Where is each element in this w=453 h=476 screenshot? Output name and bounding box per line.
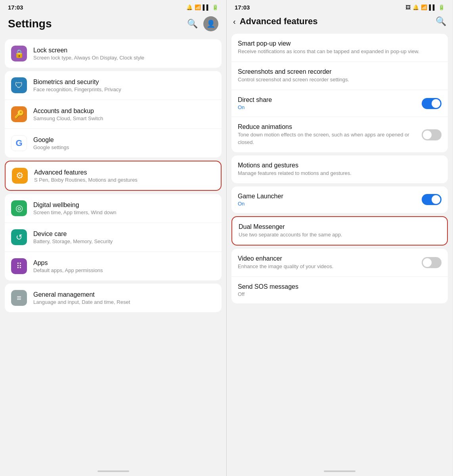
adv-item-reduceanimations[interactable]: Reduce animations Tone down motion effec… (231, 117, 448, 152)
gamelauncher-toggle[interactable] (422, 194, 442, 205)
google-subtitle: Google settings (33, 144, 69, 150)
advanced-icon: ⚙ (12, 168, 28, 184)
reduceanimations-toggle-knob (423, 131, 432, 139)
apps-subtitle: Default apps, App permissions (33, 267, 103, 273)
adv-card-gamelauncher: Game Launcher On (231, 186, 448, 213)
reduceanimations-title: Reduce animations (238, 123, 417, 131)
dualmessenger-title: Dual Messenger (239, 223, 436, 230)
adv-item-smartpopup[interactable]: Smart pop-up view Receive notifications … (231, 34, 448, 62)
biometrics-title: Biometrics and security (33, 79, 121, 86)
avatar[interactable]: 👤 (203, 16, 218, 31)
reduceanimations-toggle[interactable] (422, 129, 442, 140)
apps-icon: ⠿ (11, 258, 27, 274)
videoenhancer-toggle[interactable] (422, 257, 442, 268)
devicecare-text: Device care Battery, Storage, Memory, Se… (33, 230, 113, 244)
settings-item-apps[interactable]: ⠿ Apps Default apps, App permissions (5, 252, 222, 280)
adv-header-left: ‹ Advanced features (233, 16, 318, 27)
smartpopup-subtitle: Receive notifications as icons that can … (238, 48, 437, 55)
adv-card-dualmessenger: Dual Messenger Use two separate accounts… (231, 216, 448, 246)
wifi-icon: 📶 (195, 4, 201, 10)
apps-text: Apps Default apps, App permissions (33, 259, 103, 273)
lockscreen-text: Lock screen Screen lock type, Always On … (33, 47, 144, 61)
apps-title: Apps (33, 259, 103, 267)
google-text: Google Google settings (33, 136, 69, 150)
motions-subtitle: Manage features related to motions and g… (238, 170, 437, 177)
battery-icon: 🔋 (212, 4, 218, 10)
left-status-bar: 17:03 🔔 📶 ▌▌ 🔋 (0, 0, 226, 13)
biometrics-subtitle: Face recognition, Fingerprints, Privacy (33, 86, 121, 92)
back-button[interactable]: ‹ (233, 17, 236, 26)
biometrics-icon: 🛡 (11, 77, 27, 93)
right-status-bar: 17:03 🖼 🔔 📶 ▌▌ 🔋 (227, 0, 453, 13)
right-status-time: 17:03 (235, 4, 250, 11)
settings-item-devicecare[interactable]: ↺ Device care Battery, Storage, Memory, … (5, 223, 222, 252)
directshare-toggle-knob (432, 99, 440, 108)
adv-card-video: Video enhancer Enhance the image quality… (231, 249, 448, 303)
directshare-toggle[interactable] (422, 98, 442, 109)
left-status-time: 17:03 (8, 4, 23, 11)
lockscreen-icon: 🔒 (11, 46, 27, 61)
general-title: General management (33, 291, 130, 298)
gamelauncher-toggle-knob (432, 195, 440, 204)
alarm-icon: 🔔 (186, 4, 193, 10)
settings-header: Settings 🔍 👤 (0, 13, 226, 36)
right-status-icons: 🖼 🔔 📶 ▌▌ 🔋 (405, 4, 445, 10)
sendsos-title: Send SOS messages (238, 283, 437, 290)
motions-title: Motions and gestures (238, 162, 437, 169)
settings-item-google[interactable]: G Google Google settings (5, 129, 222, 157)
advanced-subtitle: S Pen, Bixby Routines, Motions and gestu… (34, 177, 138, 183)
battery-icon-right: 🔋 (438, 4, 445, 10)
motions-text: Motions and gestures Manage features rel… (238, 162, 442, 177)
right-scroll-indicator (324, 470, 356, 472)
settings-item-lockscreen[interactable]: 🔒 Lock screen Screen lock type, Always O… (5, 39, 222, 68)
settings-card-wellbeing: ◎ Digital wellbeing Screen time, App tim… (5, 194, 222, 280)
accounts-subtitle: Samsung Cloud, Smart Switch (33, 115, 103, 121)
signal-icon-right: ▌▌ (429, 4, 436, 10)
gamelauncher-status: On (238, 201, 417, 207)
alarm-icon-right: 🔔 (413, 4, 419, 10)
wifi-icon-right: 📶 (421, 4, 427, 10)
devicecare-subtitle: Battery, Storage, Memory, Security (33, 238, 113, 244)
signal-icon: ▌▌ (203, 4, 210, 10)
adv-item-motions[interactable]: Motions and gestures Manage features rel… (231, 155, 448, 183)
settings-item-digitalwellbeing[interactable]: ◎ Digital wellbeing Screen time, App tim… (5, 194, 222, 223)
videoenhancer-subtitle: Enhance the image quality of your videos… (238, 263, 417, 270)
devicecare-title: Device care (33, 230, 113, 238)
accounts-icon: 🔑 (11, 106, 27, 122)
directshare-title: Direct share (238, 96, 417, 104)
general-text: General management Language and input, D… (33, 291, 130, 305)
wellbeing-subtitle: Screen time, App timers, Wind down (33, 209, 117, 215)
adv-card-motions: Motions and gestures Manage features rel… (231, 155, 448, 183)
settings-list: 🔒 Lock screen Screen lock type, Always O… (0, 36, 226, 467)
settings-item-general[interactable]: ≡ General management Language and input,… (5, 284, 222, 312)
biometrics-text: Biometrics and security Face recognition… (33, 79, 121, 92)
header-icons: 🔍 👤 (187, 16, 218, 31)
settings-item-accounts[interactable]: 🔑 Accounts and backup Samsung Cloud, Sma… (5, 100, 222, 129)
accounts-text: Accounts and backup Samsung Cloud, Smart… (33, 107, 103, 121)
dualmessenger-subtitle: Use two separate accounts for the same a… (239, 231, 436, 238)
settings-item-advanced[interactable]: ⚙ Advanced features S Pen, Bixby Routine… (6, 161, 221, 190)
smartpopup-text: Smart pop-up view Receive notifications … (238, 40, 442, 55)
gamelauncher-title: Game Launcher (238, 193, 417, 200)
adv-item-sendsos[interactable]: Send SOS messages Off (231, 277, 448, 303)
advanced-title: Advanced features (34, 169, 138, 176)
adv-item-dualmessenger[interactable]: Dual Messenger Use two separate accounts… (232, 217, 447, 245)
adv-item-gamelauncher[interactable]: Game Launcher On (231, 186, 448, 213)
search-button[interactable]: 🔍 (187, 19, 198, 29)
wellbeing-icon: ◎ (11, 200, 27, 216)
smartpopup-title: Smart pop-up view (238, 40, 437, 47)
sendsos-text: Send SOS messages Off (238, 283, 442, 297)
adv-search-button[interactable]: 🔍 (436, 16, 446, 27)
google-title: Google (33, 136, 69, 144)
settings-item-biometrics[interactable]: 🛡 Biometrics and security Face recogniti… (5, 71, 222, 100)
adv-item-videoenhancer[interactable]: Video enhancer Enhance the image quality… (231, 249, 448, 277)
adv-item-directshare[interactable]: Direct share On (231, 90, 448, 117)
left-panel: 17:03 🔔 📶 ▌▌ 🔋 Settings 🔍 👤 🔒 Lock scree… (0, 0, 226, 476)
left-scroll-indicator (97, 470, 129, 472)
adv-item-screenshots[interactable]: Screenshots and screen recorder Control … (231, 62, 448, 90)
lockscreen-subtitle: Screen lock type, Always On Display, Clo… (33, 55, 144, 61)
videoenhancer-toggle-knob (423, 258, 432, 267)
advanced-text: Advanced features S Pen, Bixby Routines,… (34, 169, 138, 183)
advanced-header: ‹ Advanced features 🔍 (227, 13, 453, 31)
directshare-status: On (238, 104, 417, 110)
